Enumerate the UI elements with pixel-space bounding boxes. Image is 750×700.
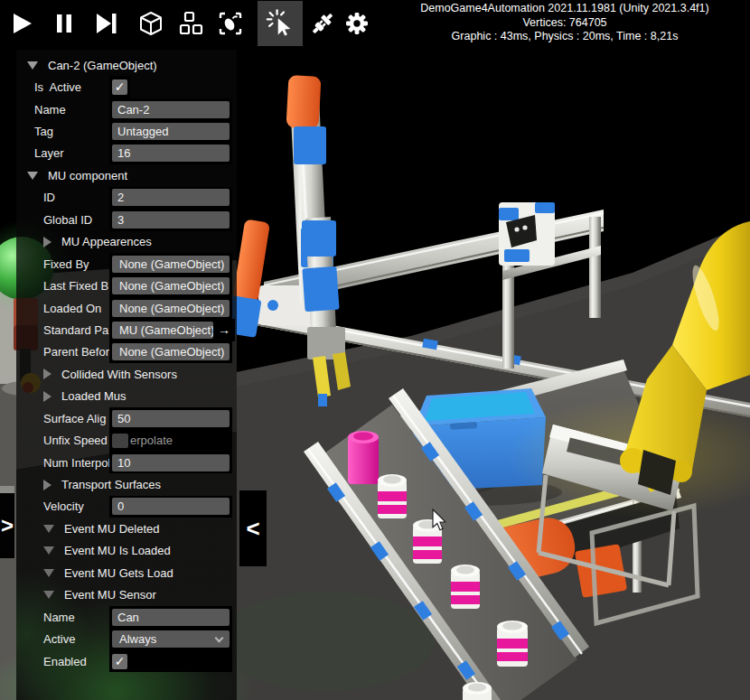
foldout-label: Loaded Mus	[61, 389, 127, 403]
collapse-inspector-arrow[interactable]: <	[239, 490, 267, 566]
surface-alignment-input[interactable]: 50	[112, 410, 230, 427]
cube-view-button[interactable]	[137, 10, 164, 37]
field-label: Loaded On	[16, 302, 101, 315]
foldout-event-mu-is-loaded[interactable]: Event MU Is Loaded	[16, 540, 237, 562]
field-label: Is Active	[16, 80, 81, 94]
play-button[interactable]	[7, 10, 34, 37]
foldout-loaded-mus[interactable]: Loaded Mus	[16, 386, 237, 407]
field-label: ID	[16, 191, 55, 204]
foldout-label: Collided With Sensors	[61, 368, 177, 381]
section-title: MU component	[48, 169, 127, 182]
field-label: Name	[16, 611, 75, 624]
mouse-capture-button[interactable]	[217, 10, 244, 37]
field-label: Standard Pa	[16, 323, 108, 337]
row-tag: Tag Untagged	[16, 120, 237, 142]
settings-icon	[343, 10, 370, 37]
foldout-event-mu-sensor[interactable]: Event MU Sensor	[16, 584, 237, 606]
row-layer: Layer 16	[16, 143, 237, 164]
is-active-checkbox[interactable]: ✓	[112, 79, 127, 95]
foldout-event-mu-deleted[interactable]: Event MU Deleted	[16, 518, 237, 539]
step-forward-icon	[92, 10, 119, 37]
foldout-open-icon	[27, 61, 38, 70]
foldout-collided-with-sensors[interactable]: Collided With Sensors	[16, 363, 237, 385]
field-label: Name	[16, 103, 66, 117]
hud-stats: DemoGame4Automation 2021.11.1981 (Unity …	[383, 2, 746, 44]
foldout-label: Event MU Gets Load	[64, 566, 173, 580]
toolbar	[0, 0, 389, 47]
row-num-interpolation: Num Interpol 10	[16, 452, 237, 473]
mouse-capture-icon	[217, 10, 244, 37]
global-id-input[interactable]: 3	[112, 211, 230, 229]
field-label: Velocity	[16, 499, 84, 513]
num-interpolation-input[interactable]: 10	[112, 454, 230, 471]
foldout-open-icon	[43, 569, 54, 577]
field-label: Parent Befor	[16, 345, 109, 359]
velocity-input[interactable]: 0	[112, 498, 230, 515]
pause-button[interactable]	[51, 10, 78, 37]
row-global-id: Global ID 3	[16, 209, 237, 230]
field-label: Tag	[16, 125, 53, 138]
foldout-label: Event MU Is Loaded	[64, 544, 171, 557]
row-sensor-enabled: Enabled ✓	[16, 650, 237, 672]
pointer-click-icon	[265, 8, 295, 39]
enabled-checkbox[interactable]: ✓	[112, 654, 127, 669]
row-sensor-name: Name Can	[16, 606, 237, 628]
play-icon	[7, 10, 34, 37]
sensor-name-input[interactable]: Can	[112, 609, 230, 626]
chevron-left-icon: <	[246, 515, 259, 543]
tag-input[interactable]: Untagged	[112, 123, 230, 140]
foldout-label: MU Appearences	[61, 235, 152, 248]
row-last-fixed-by: Last Fixed B None (GameObject)	[16, 275, 237, 296]
field-label: Layer	[16, 146, 64, 160]
cube-icon	[137, 10, 164, 37]
row-standard-parent: Standard Pa MU (GameObject) →	[16, 319, 237, 341]
row-name: Name Can-2	[16, 98, 237, 120]
field-label: Enabled	[16, 655, 87, 668]
name-input[interactable]: Can-2	[112, 101, 230, 118]
field-label: Surface Alig	[16, 412, 106, 425]
connection-button[interactable]	[309, 10, 336, 37]
field-label: Global ID	[16, 213, 92, 227]
row-velocity: Velocity 0	[16, 496, 237, 518]
fixed-by-object-field[interactable]: None (GameObject)	[112, 256, 230, 273]
unfix-speed-checkbox[interactable]	[112, 434, 128, 448]
foldout-gameobject[interactable]: Can-2 (GameObject)	[16, 54, 237, 76]
chevron-down-icon	[215, 634, 224, 643]
last-fixed-by-object-field[interactable]: None (GameObject)	[112, 277, 230, 294]
step-forward-button[interactable]	[92, 10, 119, 37]
performance-stats: Graphic : 43ms, Physics : 20ms, Time : 8…	[383, 30, 746, 44]
chevron-right-icon: >	[1, 513, 14, 538]
id-input[interactable]: 2	[112, 189, 230, 206]
active-dropdown[interactable]: Always	[112, 630, 230, 648]
field-label: Num Interpol	[16, 456, 110, 470]
standard-parent-object-field[interactable]: MU (GameObject)	[112, 322, 213, 339]
windows-button[interactable]	[178, 10, 205, 37]
dropdown-value: Always	[119, 632, 156, 646]
foldout-mu-appearences[interactable]: MU Appearences	[16, 231, 237, 253]
foldout-closed-icon	[43, 237, 52, 247]
foldout-mu-component[interactable]: MU component	[16, 164, 237, 186]
open-left-panel-arrow[interactable]: >	[0, 493, 14, 558]
field-label: Unfix Speed	[16, 434, 108, 447]
pointer-click-button[interactable]	[258, 1, 303, 46]
parent-before-object-field[interactable]: None (GameObject)	[112, 343, 230, 360]
goto-object-button[interactable]: →	[216, 322, 232, 338]
vertices-count: Vertices: 764705	[383, 16, 746, 31]
loaded-on-object-field[interactable]: None (GameObject)	[112, 300, 230, 317]
row-fixed-by: Fixed By None (GameObject)	[16, 253, 237, 275]
layer-input[interactable]: 16	[112, 145, 230, 162]
app-window: DemoGame4Automation 2021.11.1981 (Unity …	[0, 0, 750, 700]
field-label: Last Fixed B	[16, 279, 108, 293]
foldout-closed-icon	[43, 391, 52, 402]
foldout-transport-surfaces[interactable]: Transport Surfaces	[16, 473, 237, 495]
foldout-open-icon	[43, 525, 54, 533]
foldout-closed-icon	[43, 369, 52, 379]
foldout-event-mu-gets-load[interactable]: Event MU Gets Load	[16, 562, 237, 583]
gantry-carriage	[499, 202, 555, 266]
app-title: DemoGame4Automation 2021.11.1981 (Unity …	[383, 2, 746, 16]
row-is-active: Is Active ✓	[16, 76, 237, 98]
inspector-title: Can-2 (GameObject)	[48, 59, 157, 72]
settings-button[interactable]	[343, 10, 370, 37]
foldout-open-icon	[27, 172, 38, 180]
dim-label: erpolate	[130, 434, 173, 447]
